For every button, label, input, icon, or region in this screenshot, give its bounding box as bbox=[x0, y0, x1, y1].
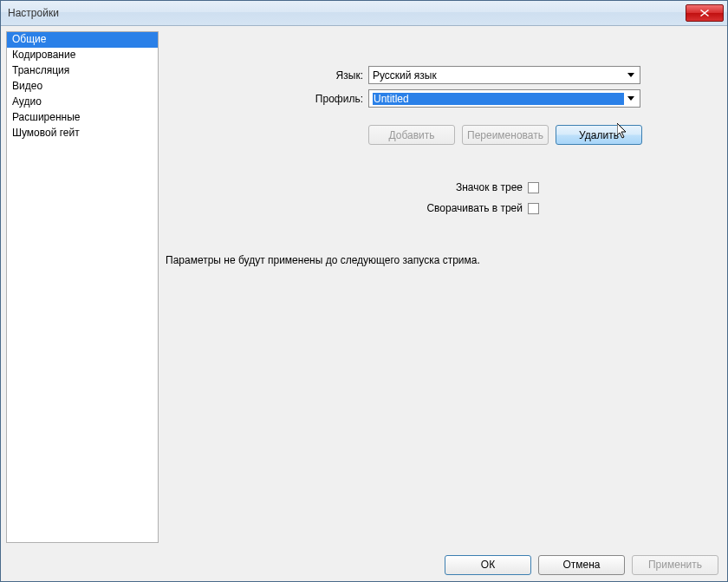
profile-label: Профиль: bbox=[164, 93, 368, 105]
tray-icon-checkbox[interactable] bbox=[528, 182, 539, 193]
chevron-down-icon bbox=[624, 73, 638, 77]
row-minimize-tray: Сворачивать в трей bbox=[164, 202, 722, 214]
content-pane: Язык: Русский язык Профиль: Untitled bbox=[164, 31, 722, 543]
row-tray-icon: Значок в трее bbox=[164, 181, 722, 193]
profile-select[interactable]: Untitled bbox=[368, 89, 640, 108]
sidebar-item-audio[interactable]: Аудио bbox=[7, 95, 158, 110]
sidebar-item-general[interactable]: Общие bbox=[7, 32, 158, 48]
row-profile: Профиль: Untitled bbox=[164, 89, 722, 108]
apply-button: Применить bbox=[632, 555, 718, 575]
minimize-tray-checkbox[interactable] bbox=[528, 203, 539, 214]
window-title: Настройки bbox=[8, 7, 686, 19]
sidebar-item-broadcast[interactable]: Трансляция bbox=[7, 63, 158, 79]
language-label: Язык: bbox=[164, 69, 368, 82]
category-list[interactable]: Общие Кодирование Трансляция Видео Аудио… bbox=[6, 31, 159, 543]
sidebar-item-video[interactable]: Видео bbox=[7, 79, 158, 95]
close-icon bbox=[700, 10, 709, 16]
restart-note: Параметры не будут применены до следующе… bbox=[166, 254, 722, 266]
sidebar-item-encoding[interactable]: Кодирование bbox=[7, 48, 158, 63]
ok-button[interactable]: ОК bbox=[445, 555, 531, 575]
sidebar-item-noise-gate[interactable]: Шумовой гейт bbox=[7, 126, 158, 141]
minimize-tray-label: Сворачивать в трей bbox=[164, 202, 528, 214]
chevron-down-icon bbox=[624, 96, 638, 101]
language-select[interactable]: Русский язык bbox=[368, 66, 640, 84]
cancel-button[interactable]: Отмена bbox=[538, 555, 625, 575]
tray-icon-label: Значок в трее bbox=[164, 181, 528, 193]
row-language: Язык: Русский язык bbox=[164, 66, 722, 84]
add-profile-button: Добавить bbox=[368, 125, 455, 145]
settings-window: Настройки Общие Кодирование Трансляция В… bbox=[0, 0, 728, 582]
window-close-button[interactable] bbox=[686, 4, 724, 22]
titlebar[interactable]: Настройки bbox=[1, 1, 727, 26]
body-area: Общие Кодирование Трансляция Видео Аудио… bbox=[1, 26, 727, 548]
language-value: Русский язык bbox=[373, 69, 624, 82]
dialog-buttons: ОК Отмена Применить bbox=[1, 548, 727, 581]
delete-profile-button[interactable]: Удалить bbox=[556, 125, 642, 145]
profile-button-row: Добавить Переименовать Удалить bbox=[368, 125, 722, 145]
sidebar-item-advanced[interactable]: Расширенные bbox=[7, 110, 158, 126]
rename-profile-button: Переименовать bbox=[462, 125, 549, 145]
profile-value: Untitled bbox=[373, 93, 624, 105]
